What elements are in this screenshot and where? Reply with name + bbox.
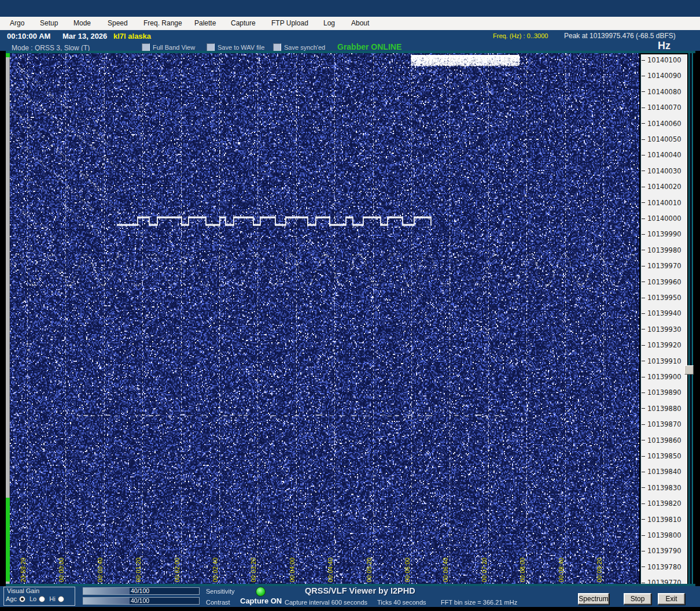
freq-label: 10139830 <box>642 484 687 492</box>
freq-tick <box>642 202 645 203</box>
callsign-label: kl7l alaska <box>113 32 151 40</box>
freq-label: 10139930 <box>642 325 687 334</box>
contrast-slider[interactable]: 40/100 <box>83 597 200 605</box>
radio-label: Lo <box>30 595 36 602</box>
radio-circle[interactable] <box>19 596 25 602</box>
freq-tick <box>642 440 645 440</box>
freq-tick <box>642 329 645 329</box>
menu-item-capture[interactable]: Capture <box>229 17 258 30</box>
grabber-status: Grabber ONLINE <box>337 42 401 51</box>
freq-tick <box>642 282 645 282</box>
freq-label: 10139970 <box>642 262 687 270</box>
freq-tick <box>642 551 645 551</box>
current-time: 00:10:00 AM <box>7 32 50 40</box>
spectrum-button[interactable]: Spectrum <box>578 593 609 605</box>
argo-window: ArgoSetupModeSpeedFreq. RangePaletteCapt… <box>0 0 700 611</box>
menu-item-log[interactable]: Log <box>321 17 337 30</box>
freq-tick <box>642 266 645 266</box>
freq-label: 10140040 <box>642 151 687 159</box>
freq-tick <box>642 377 645 377</box>
radio-label: Agc <box>6 595 17 602</box>
freq-label: 10139840 <box>642 468 687 476</box>
checkbox-box[interactable] <box>142 43 150 51</box>
freq-tick <box>642 361 645 361</box>
capture-status: Capture ON <box>240 597 282 605</box>
sensitivity-slider-fill <box>83 588 130 594</box>
checkbox-save-synch-ed[interactable]: Save synch'ed <box>273 43 325 51</box>
menu-bar: ArgoSetupModeSpeedFreq. RangePaletteCapt… <box>0 17 700 31</box>
freq-label: 10139950 <box>642 294 687 302</box>
freq-label: 10140090 <box>642 72 687 80</box>
menu-item-argo[interactable]: Argo <box>8 17 27 30</box>
freq-label: 10139800 <box>642 531 687 539</box>
capture-interval-label: Capture interval 600 seconds <box>285 599 367 606</box>
fft-bin-label: FFT bin size = 366.21 mHz <box>441 599 517 606</box>
menu-item-about[interactable]: About <box>349 17 371 30</box>
sensitivity-label: Sensitivity <box>206 588 235 595</box>
menu-item-mode[interactable]: Mode <box>71 17 93 30</box>
radio-hi[interactable]: Hi <box>49 595 64 602</box>
radio-lo[interactable]: Lo <box>30 595 45 602</box>
freq-tick <box>642 519 645 520</box>
freq-label: 10139810 <box>642 516 687 524</box>
radio-label: Hi <box>49 595 55 602</box>
radio-circle[interactable] <box>58 596 64 602</box>
freq-tick <box>642 487 645 488</box>
freq-label: 10140010 <box>642 199 687 207</box>
freq-tick <box>642 503 645 504</box>
freq-tick <box>642 424 645 425</box>
progress-elapsed <box>6 498 10 582</box>
freq-label: 10139860 <box>642 436 687 445</box>
freq-tick <box>642 535 645 536</box>
freq-tick <box>642 108 645 108</box>
freq-tick <box>642 91 645 92</box>
freq-label: 10140060 <box>642 120 687 128</box>
menu-item-setup[interactable]: Setup <box>38 17 60 30</box>
freq-label: 10139900 <box>642 373 687 381</box>
freq-label: 10139820 <box>642 499 687 508</box>
sensitivity-slider[interactable]: 40/100 <box>83 587 200 595</box>
contrast-value: 40/100 <box>131 598 165 604</box>
freq-tick <box>642 123 645 124</box>
freq-tick <box>642 298 645 298</box>
freq-label: 10140030 <box>642 167 687 175</box>
freq-label: 10139940 <box>642 309 687 317</box>
peak-readout: Peak at 10139975.476 (-68.5 dBFS) <box>564 32 676 40</box>
freq-label: 10139920 <box>642 341 687 349</box>
freq-tick <box>642 60 645 61</box>
freq-label: 10140020 <box>642 183 687 191</box>
radio-agc[interactable]: Agc <box>6 595 25 602</box>
freq-label: 10139850 <box>642 452 687 460</box>
checkbox-label: Save synch'ed <box>284 44 325 51</box>
freq-tick <box>642 392 645 393</box>
frequency-scrollbar-track[interactable] <box>688 53 693 584</box>
freq-tick <box>642 408 645 409</box>
app-title: QRSS/VLF Viewer by I2PHD <box>305 586 415 595</box>
waterfall-canvas[interactable] <box>10 53 639 586</box>
frequency-scale: 1014010010140090101400801014007010140060… <box>640 54 687 586</box>
stop-button[interactable]: Stop <box>624 593 651 605</box>
menu-item-speed[interactable]: Speed <box>105 17 130 30</box>
freq-tick <box>642 234 645 235</box>
freq-range-label: Freq. (Hz) : 0..3000 <box>493 32 548 39</box>
freq-label: 10140050 <box>642 135 687 143</box>
freq-label: 10139960 <box>642 278 687 286</box>
frequency-unit-label: Hz <box>658 40 670 52</box>
checkbox-full-band-view[interactable]: Full Band View <box>142 43 195 51</box>
freq-tick <box>642 313 645 314</box>
exit-button[interactable]: Exit <box>658 593 685 605</box>
checkbox-box[interactable] <box>207 43 215 51</box>
sensitivity-value: 40/100 <box>131 588 165 594</box>
menu-item-palette[interactable]: Palette <box>192 17 218 30</box>
menu-item-freq-range[interactable]: Freq. Range <box>141 17 185 30</box>
freq-tick <box>642 76 645 76</box>
radio-circle[interactable] <box>39 596 45 602</box>
checkbox-save-to-wav-file[interactable]: Save to WAV file <box>207 43 264 51</box>
visual-gain-radios: AgcLoHi <box>6 595 64 602</box>
freq-label: 10139990 <box>642 230 687 238</box>
contrast-label: Contrast <box>206 599 230 606</box>
window-title-strip <box>0 0 700 17</box>
checkbox-box[interactable] <box>273 43 281 51</box>
frequency-scrollbar-handle[interactable] <box>684 365 694 375</box>
menu-item-ftp-upload[interactable]: FTP Upload <box>269 17 311 30</box>
